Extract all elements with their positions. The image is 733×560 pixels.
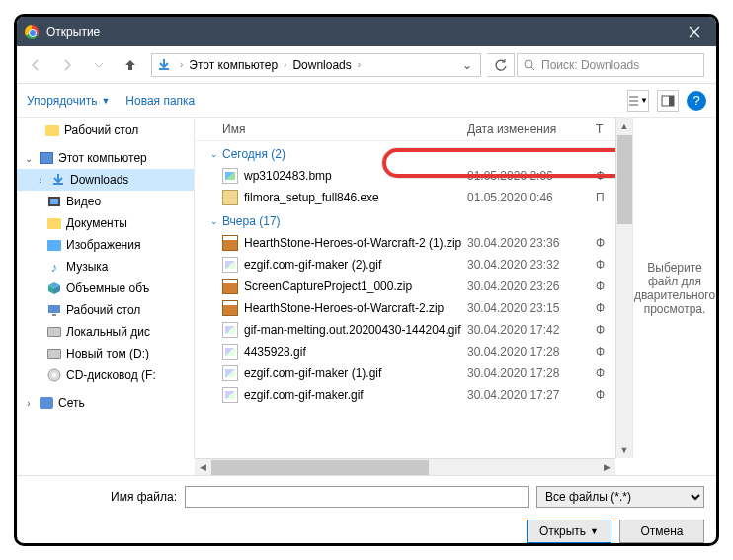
up-icon (123, 58, 137, 72)
preview-icon (661, 95, 675, 107)
col-date[interactable]: Дата изменения (467, 122, 596, 136)
scroll-thumb-h[interactable] (211, 460, 429, 475)
preview-pane-button[interactable] (657, 90, 679, 112)
col-type[interactable]: Т (596, 122, 615, 136)
cd-icon (47, 368, 61, 382)
navbar: › Этот компьютер › Downloads › ⌄ Поиск: … (17, 46, 716, 84)
cube-icon (47, 281, 61, 295)
file-icon (222, 365, 238, 381)
file-type: Ф (596, 388, 615, 402)
up-button[interactable] (116, 51, 145, 79)
breadcrumb-dropdown[interactable]: ⌄ (454, 58, 480, 72)
file-name: HearthStone-Heroes-of-Warcraft-2.zip (244, 301, 444, 315)
refresh-button[interactable] (487, 53, 515, 77)
search-placeholder: Поиск: Downloads (541, 58, 639, 72)
file-name: HearthStone-Heroes-of-Warcraft-2 (1).zip (244, 236, 461, 250)
file-row[interactable]: HearthStone-Heroes-of-Warcraft-2 (1).zip… (195, 232, 615, 254)
scroll-down-icon[interactable]: ▼ (616, 441, 632, 458)
file-row[interactable]: gif-man-melting.out.20200430-144204.gif3… (195, 319, 615, 341)
filename-input[interactable] (185, 486, 529, 508)
vertical-scrollbar[interactable]: ▲ ▼ (615, 118, 632, 458)
file-name: ezgif.com-gif-maker (1).gif (244, 366, 381, 380)
tree-newvol[interactable]: Новый том (D:) (17, 343, 194, 364)
file-type: Ф (596, 301, 615, 315)
svg-rect-2 (669, 96, 674, 106)
file-row[interactable]: filmora_setup_full846.exe01.05.2020 0:46… (195, 187, 615, 208)
titlebar: Открытие (17, 17, 716, 46)
tree-desktop[interactable]: Рабочий стол (17, 120, 194, 141)
tree-desktop2[interactable]: Рабочий стол (17, 299, 194, 321)
tree-videos[interactable]: Видео (17, 191, 194, 212)
back-button[interactable] (21, 51, 50, 79)
file-date: 30.04.2020 17:27 (467, 388, 596, 402)
filetype-filter[interactable]: Все файлы (*.*) (536, 486, 704, 508)
tree-documents[interactable]: Документы (17, 212, 194, 234)
tree-3dobjects[interactable]: Объемные объ (17, 278, 194, 299)
file-row[interactable]: ezgif.com-gif-maker.gif30.04.2020 17:27Ф (195, 384, 615, 406)
video-icon (47, 196, 61, 207)
tree-music[interactable]: ♪Музыка (17, 256, 194, 278)
tree-localdisk[interactable]: Локальный дис (17, 321, 194, 343)
file-row[interactable]: ezgif.com-gif-maker (1).gif30.04.2020 17… (195, 362, 615, 384)
chevron-down-icon (94, 60, 104, 70)
file-icon (222, 235, 238, 251)
group-today[interactable]: ⌄ Сегодня (2) (195, 141, 615, 165)
tree-network[interactable]: ›Сеть (17, 392, 194, 414)
file-name: ScreenCaptureProject1_000.zip (244, 280, 412, 293)
chevron-right-icon: › (176, 59, 187, 70)
file-type: Ф (596, 280, 615, 293)
file-icon (222, 322, 238, 338)
scroll-thumb[interactable] (617, 135, 632, 224)
col-name[interactable]: Имя (222, 122, 467, 136)
view-details-button[interactable]: ▼ (627, 90, 649, 112)
forward-button[interactable] (52, 51, 82, 79)
tree-cddrive[interactable]: CD-дисковод (F: (17, 364, 194, 386)
file-date: 30.04.2020 23:26 (467, 280, 596, 293)
file-icon (222, 190, 238, 205)
file-row[interactable]: HearthStone-Heroes-of-Warcraft-2.zip30.0… (195, 297, 615, 319)
file-name: filmora_setup_full846.exe (244, 191, 379, 204)
breadcrumb-downloads[interactable]: Downloads (290, 58, 353, 72)
svg-rect-4 (50, 199, 58, 204)
scroll-left-icon[interactable]: ◀ (195, 459, 211, 475)
scroll-right-icon[interactable]: ▶ (599, 459, 615, 475)
scroll-up-icon[interactable]: ▲ (616, 118, 632, 134)
svg-rect-6 (52, 314, 56, 316)
search-icon (524, 59, 535, 71)
tree-pictures[interactable]: Изображения (17, 234, 194, 256)
tree-thispc[interactable]: ⌄Этот компьютер (17, 147, 194, 169)
breadcrumb[interactable]: › Этот компьютер › Downloads › ⌄ (151, 53, 481, 77)
open-button[interactable]: Открыть▼ (527, 520, 611, 543)
recent-button[interactable] (84, 51, 114, 79)
file-type: Ф (596, 345, 615, 359)
group-yesterday[interactable]: ⌄ Вчера (17) (195, 208, 615, 232)
downloads-icon (51, 173, 65, 187)
file-row[interactable]: ScreenCaptureProject1_000.zip30.04.2020 … (195, 276, 615, 297)
window-title: Открытие (46, 25, 672, 39)
column-headers[interactable]: Имя Дата изменения Т (195, 118, 615, 141)
file-row[interactable]: ezgif.com-gif-maker (2).gif30.04.2020 23… (195, 254, 615, 276)
file-row[interactable]: wp3102483.bmp01.05.2020 2:06Ф (195, 165, 615, 187)
file-name: ezgif.com-gif-maker (2).gif (244, 258, 381, 272)
cancel-button[interactable]: Отмена (619, 520, 704, 543)
file-icon (222, 344, 238, 360)
close-icon (689, 26, 700, 38)
close-button[interactable] (672, 17, 716, 46)
refresh-icon (494, 58, 508, 72)
file-icon (222, 387, 238, 403)
file-type: Ф (596, 169, 615, 183)
chevron-down-icon: ▼ (101, 96, 110, 106)
chevron-down-icon: ⌄ (210, 149, 218, 159)
horizontal-scrollbar[interactable]: ◀ ▶ (195, 458, 615, 475)
file-row[interactable]: 4435928.gif30.04.2020 17:28Ф (195, 341, 615, 362)
file-date: 30.04.2020 23:32 (467, 258, 596, 272)
tree-downloads[interactable]: ›Downloads (17, 169, 194, 191)
chevron-right-icon: › (354, 59, 365, 70)
newfolder-button[interactable]: Новая папка (125, 94, 195, 108)
search-input[interactable]: Поиск: Downloads (517, 53, 704, 77)
breadcrumb-thispc[interactable]: Этот компьютер (187, 58, 280, 72)
downloads-icon (156, 57, 172, 73)
organize-button[interactable]: Упорядочить ▼ (27, 94, 110, 108)
help-button[interactable]: ? (687, 91, 706, 111)
file-type: П (596, 191, 615, 204)
